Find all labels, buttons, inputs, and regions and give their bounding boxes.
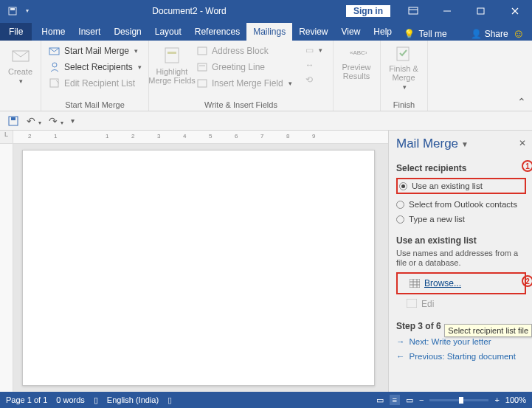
svg-rect-16 <box>198 63 207 71</box>
merge-field-icon <box>196 77 208 89</box>
tab-design[interactable]: Design <box>107 23 148 41</box>
greeting-line-button: Greeting Line <box>193 60 295 75</box>
tab-review[interactable]: Review <box>292 23 334 41</box>
page-indicator[interactable]: Page 1 of 1 <box>6 395 47 404</box>
taskpane-title: Mail Merge ▼ <box>396 136 526 151</box>
update-labels-button: ⟲ <box>303 73 325 86</box>
highlight-existing-list: Use an existing list <box>396 178 526 194</box>
document-title: Document2 - Word <box>32 6 346 16</box>
annotation-1: 1 <box>522 160 532 172</box>
zoom-slider[interactable] <box>429 399 488 401</box>
edit-list-icon <box>49 77 61 89</box>
svg-rect-1 <box>10 8 15 10</box>
spellcheck-icon[interactable]: ▯ <box>94 395 98 405</box>
document-area: L 21 12 34 56 78 9 ✕ Mail Merge ▼ Select… <box>0 131 532 392</box>
address-icon <box>196 45 208 57</box>
finish-merge-button: Finish & Merge ▾ <box>385 44 422 92</box>
browse-link[interactable]: Browse... <box>399 277 523 290</box>
zoom-percent[interactable]: 100% <box>505 395 526 404</box>
svg-rect-14 <box>167 52 176 54</box>
lightbulb-icon: 💡 <box>404 29 415 39</box>
match-fields-button: ↔ <box>303 58 325 72</box>
edit-icon <box>407 299 417 308</box>
zoom-out-icon[interactable]: − <box>419 395 424 404</box>
redo-icon[interactable]: ↷ ▾ <box>49 115 63 127</box>
vertical-ruler[interactable] <box>0 144 13 392</box>
select-recipients-heading: Select recipients <box>396 163 526 173</box>
accessibility-icon[interactable]: ▯ <box>167 395 172 405</box>
svg-rect-28 <box>407 299 417 308</box>
maximize-button[interactable] <box>464 0 498 21</box>
horizontal-ruler[interactable]: 21 12 34 56 78 9 <box>13 131 388 144</box>
ruler-corner: L <box>0 131 13 144</box>
edit-recipient-list-button: Edit Recipient List <box>46 76 145 91</box>
use-existing-description: Use names and addresses from a file or a… <box>396 249 526 268</box>
tab-insert[interactable]: Insert <box>72 23 107 41</box>
tab-file[interactable]: File <box>0 23 32 41</box>
radio-outlook-contacts[interactable]: Select from Outlook contacts <box>396 200 526 209</box>
create-envelopes-button[interactable]: Create ▾ <box>4 44 36 86</box>
mail-merge-taskpane: ✕ Mail Merge ▼ Select recipients 1 Use a… <box>388 131 532 392</box>
tab-help[interactable]: Help <box>367 23 398 41</box>
svg-rect-15 <box>198 47 207 55</box>
minimize-button[interactable] <box>430 0 464 21</box>
page-viewport[interactable] <box>13 144 388 392</box>
quick-access-toolbar: ↶ ▾ ↷ ▾ ▾ <box>0 111 532 131</box>
next-step-link[interactable]: → Next: Write your letter <box>396 337 526 346</box>
collapse-ribbon-icon[interactable]: ⌃ <box>517 96 526 108</box>
tab-layout[interactable]: Layout <box>148 23 188 41</box>
previous-step-link[interactable]: ← Previous: Starting document <box>396 352 526 361</box>
table-icon <box>410 279 420 288</box>
svg-rect-13 <box>165 48 179 63</box>
radio-use-existing[interactable]: Use an existing list <box>399 181 523 190</box>
address-block-button: Address Block <box>193 44 295 58</box>
taskpane-close-icon[interactable]: ✕ <box>519 138 526 148</box>
svg-point-10 <box>52 63 57 67</box>
ribbon-display-options-icon[interactable] <box>396 0 430 21</box>
highlight-merge-fields-button: Highlight Merge Fields <box>153 44 190 86</box>
share-button[interactable]: 👤Share <box>471 29 508 39</box>
view-read-icon[interactable]: ▭ <box>376 395 384 405</box>
tab-view[interactable]: View <box>335 23 367 41</box>
mail-merge-icon <box>49 45 61 57</box>
feedback-smiley-icon[interactable]: ☺ <box>513 27 525 41</box>
svg-rect-2 <box>409 7 418 14</box>
arrow-left-icon: ← <box>396 352 405 361</box>
radio-icon <box>396 215 404 224</box>
share-icon: 👤 <box>471 29 482 39</box>
autosave-icon[interactable] <box>7 6 18 16</box>
rules-button: ▭▾ <box>303 44 325 57</box>
close-button[interactable] <box>498 0 532 21</box>
tooltip: Select recipient list file <box>444 324 532 337</box>
ribbon-tabs: File Home Insert Design Layout Reference… <box>0 21 532 41</box>
language-indicator[interactable]: English (India) <box>107 395 159 404</box>
view-print-icon[interactable]: ≡ <box>390 395 400 405</box>
zoom-in-icon[interactable]: + <box>494 395 499 404</box>
insert-merge-field-button: Insert Merge Field▾ <box>193 76 295 91</box>
select-recipients-button[interactable]: Select Recipients▾ <box>46 60 145 75</box>
edit-recipient-link: Edi <box>396 299 526 309</box>
group-label-start: Start Mail Merge <box>46 99 144 109</box>
tab-home[interactable]: Home <box>35 23 72 41</box>
qat-customize-icon[interactable]: ▾ <box>71 117 75 125</box>
tell-me-search[interactable]: Tell me <box>419 29 447 39</box>
svg-rect-5 <box>477 8 484 14</box>
recipients-icon <box>49 61 61 73</box>
document-page[interactable] <box>22 150 375 386</box>
sign-in-button[interactable]: Sign in <box>346 5 390 17</box>
use-existing-heading: Use an existing list <box>396 235 526 246</box>
radio-type-new-list[interactable]: Type a new list <box>396 215 526 224</box>
save-icon[interactable] <box>7 115 19 127</box>
word-count[interactable]: 0 words <box>56 395 85 404</box>
view-web-icon[interactable]: ▭ <box>406 395 413 405</box>
undo-icon[interactable]: ↶ ▾ <box>27 115 41 127</box>
radio-icon <box>399 182 407 190</box>
tab-mailings[interactable]: Mailings <box>246 23 292 41</box>
tab-references[interactable]: References <box>188 23 246 41</box>
title-bar: ▾ Document2 - Word Sign in <box>0 0 532 21</box>
group-label-write: Write & Insert Fields <box>153 99 328 109</box>
taskpane-menu-icon[interactable]: ▼ <box>461 140 469 148</box>
qat-dropdown-icon[interactable]: ▾ <box>22 6 32 16</box>
svg-rect-18 <box>198 80 207 87</box>
start-mail-merge-button[interactable]: Start Mail Merge▾ <box>46 44 145 58</box>
